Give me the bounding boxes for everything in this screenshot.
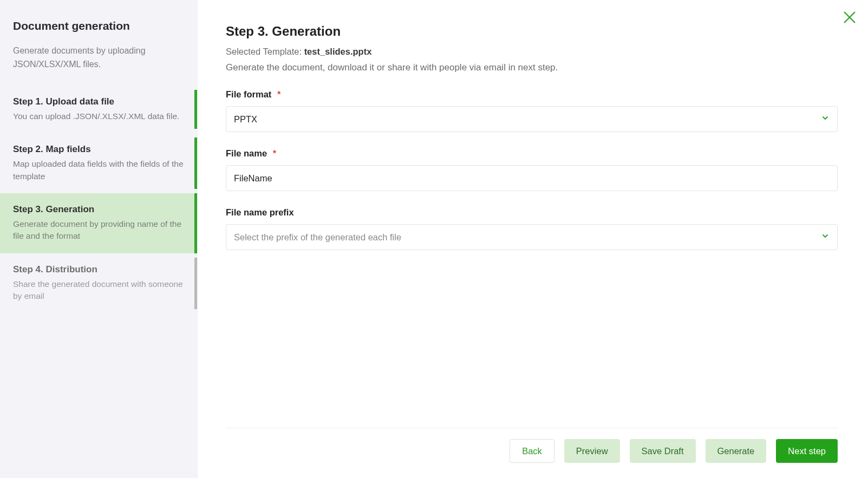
sidebar-step-4[interactable]: Step 4. Distribution Share the generated… <box>0 253 197 313</box>
field-file-name-prefix: File name prefix Select the prefix of th… <box>226 207 838 250</box>
save-draft-button[interactable]: Save Draft <box>630 439 696 463</box>
file-name-prefix-select[interactable]: Select the prefix of the generated each … <box>226 224 838 250</box>
main-panel: Step 3. Generation Selected Template: te… <box>198 0 868 478</box>
step-description: Map uploaded data fields with the fields… <box>13 158 184 182</box>
sidebar-title: Document generation <box>13 19 184 32</box>
step-description: Generate document by providing name of t… <box>13 218 184 243</box>
label-text: File name <box>226 148 267 158</box>
label-text: File format <box>226 89 271 99</box>
chevron-down-icon <box>821 114 830 125</box>
sidebar-description: Generate documents by uploading JSON/XLS… <box>13 44 184 71</box>
page-title: Step 3. Generation <box>226 24 838 39</box>
preview-button[interactable]: Preview <box>564 439 620 463</box>
field-file-format: File format * PPTX <box>226 89 838 132</box>
file-format-value: PPTX <box>234 114 257 125</box>
next-step-button[interactable]: Next step <box>776 439 838 463</box>
close-icon[interactable] <box>842 10 857 25</box>
required-marker: * <box>277 89 280 99</box>
footer-actions: Back Preview Save Draft Generate Next st… <box>226 428 838 478</box>
chevron-down-icon <box>821 232 830 243</box>
field-file-name: File name * <box>226 148 838 191</box>
sidebar-step-3[interactable]: Step 3. Generation Generate document by … <box>0 193 197 253</box>
step-title: Step 3. Generation <box>13 204 184 215</box>
selected-template-label: Selected Template: <box>226 47 304 56</box>
sidebar-step-1[interactable]: Step 1. Upload data file You can upload … <box>0 86 197 133</box>
step-title: Step 4. Distribution <box>13 264 184 275</box>
sidebar-header: Document generation Generate documents b… <box>0 19 197 86</box>
required-marker: * <box>273 148 276 158</box>
step-description: Share the generated document with someon… <box>13 278 184 303</box>
file-format-label: File format * <box>226 89 838 100</box>
generate-button[interactable]: Generate <box>706 439 767 463</box>
step-title: Step 1. Upload data file <box>13 96 184 107</box>
back-button[interactable]: Back <box>510 439 554 463</box>
label-text: File name prefix <box>226 207 294 217</box>
step-title: Step 2. Map fields <box>13 144 184 155</box>
step-description: You can upload .JSON/.XLSX/.XML data fil… <box>13 110 184 122</box>
sidebar: Document generation Generate documents b… <box>0 0 198 478</box>
sidebar-step-2[interactable]: Step 2. Map fields Map uploaded data fie… <box>0 133 197 193</box>
file-format-select[interactable]: PPTX <box>226 106 838 132</box>
file-name-label: File name * <box>226 148 838 159</box>
selected-template: Selected Template: test_slides.pptx <box>226 47 838 57</box>
page-description: Generate the document, download it or sh… <box>226 62 838 73</box>
file-name-prefix-label: File name prefix <box>226 207 838 218</box>
file-name-input[interactable] <box>226 165 838 191</box>
file-name-prefix-placeholder: Select the prefix of the generated each … <box>234 232 401 243</box>
selected-template-name: test_slides.pptx <box>304 47 372 56</box>
